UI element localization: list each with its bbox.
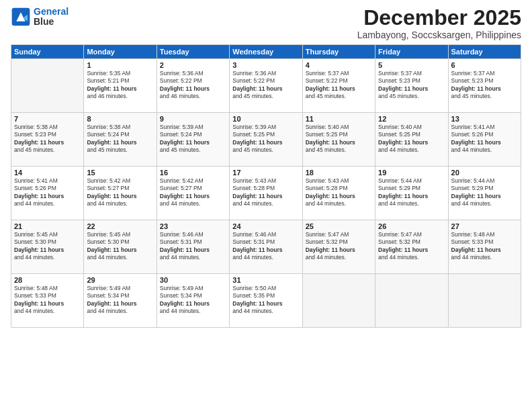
calendar-cell: 20Sunrise: 5:44 AMSunset: 5:29 PMDayligh… bbox=[448, 167, 521, 220]
day-number: 6 bbox=[451, 61, 518, 69]
calendar-cell: 29Sunrise: 5:49 AMSunset: 5:34 PMDayligh… bbox=[84, 274, 157, 328]
day-number: 12 bbox=[378, 115, 445, 123]
cell-info: Sunrise: 5:40 AMSunset: 5:25 PMDaylight:… bbox=[378, 124, 445, 154]
calendar-cell: 4Sunrise: 5:37 AMSunset: 5:22 PMDaylight… bbox=[302, 59, 375, 113]
day-number: 1 bbox=[87, 61, 153, 69]
week-row-3: 14Sunrise: 5:41 AMSunset: 5:26 PMDayligh… bbox=[11, 167, 521, 220]
cell-info: Sunrise: 5:37 AMSunset: 5:23 PMDaylight:… bbox=[378, 70, 445, 101]
cell-info: Sunrise: 5:43 AMSunset: 5:28 PMDaylight:… bbox=[232, 177, 299, 208]
cell-info: Sunrise: 5:47 AMSunset: 5:32 PMDaylight:… bbox=[306, 231, 372, 262]
cell-info: Sunrise: 5:42 AMSunset: 5:27 PMDaylight:… bbox=[160, 177, 226, 208]
calendar-cell: 30Sunrise: 5:49 AMSunset: 5:34 PMDayligh… bbox=[157, 274, 229, 328]
cell-info: Sunrise: 5:38 AMSunset: 5:24 PMDaylight:… bbox=[87, 124, 153, 154]
day-number: 5 bbox=[378, 61, 445, 69]
day-number: 2 bbox=[160, 61, 226, 69]
calendar-cell: 23Sunrise: 5:46 AMSunset: 5:31 PMDayligh… bbox=[157, 220, 229, 274]
calendar-cell: 28Sunrise: 5:48 AMSunset: 5:33 PMDayligh… bbox=[11, 274, 84, 328]
weekday-header-sunday: Sunday bbox=[11, 45, 84, 59]
cell-info: Sunrise: 5:39 AMSunset: 5:24 PMDaylight:… bbox=[160, 124, 226, 154]
header: General Blue December 2025 Lambayong, So… bbox=[11, 7, 521, 40]
month-title: December 2025 bbox=[357, 7, 521, 28]
cell-info: Sunrise: 5:41 AMSunset: 5:26 PMDaylight:… bbox=[451, 124, 518, 154]
day-number: 8 bbox=[87, 115, 153, 123]
cell-info: Sunrise: 5:35 AMSunset: 5:21 PMDaylight:… bbox=[87, 70, 153, 101]
calendar-cell: 16Sunrise: 5:42 AMSunset: 5:27 PMDayligh… bbox=[157, 167, 229, 220]
day-number: 29 bbox=[87, 276, 153, 284]
week-row-2: 7Sunrise: 5:38 AMSunset: 5:23 PMDaylight… bbox=[11, 113, 521, 167]
cell-info: Sunrise: 5:44 AMSunset: 5:29 PMDaylight:… bbox=[451, 177, 518, 208]
day-number: 21 bbox=[14, 222, 81, 230]
calendar-cell: 1Sunrise: 5:35 AMSunset: 5:21 PMDaylight… bbox=[84, 59, 157, 113]
week-row-5: 28Sunrise: 5:48 AMSunset: 5:33 PMDayligh… bbox=[11, 274, 521, 328]
day-number: 16 bbox=[160, 169, 226, 177]
calendar-table: SundayMondayTuesdayWednesdayThursdayFrid… bbox=[11, 44, 521, 328]
calendar-cell: 9Sunrise: 5:39 AMSunset: 5:24 PMDaylight… bbox=[157, 113, 229, 167]
logo-line2: Blue bbox=[34, 17, 69, 27]
weekday-header-thursday: Thursday bbox=[302, 45, 375, 59]
cell-info: Sunrise: 5:39 AMSunset: 5:25 PMDaylight:… bbox=[232, 124, 299, 154]
day-number: 24 bbox=[232, 222, 299, 230]
cell-info: Sunrise: 5:48 AMSunset: 5:33 PMDaylight:… bbox=[14, 285, 81, 316]
day-number: 10 bbox=[232, 115, 299, 123]
logo-icon bbox=[11, 7, 31, 27]
calendar-cell: 21Sunrise: 5:45 AMSunset: 5:30 PMDayligh… bbox=[11, 220, 84, 274]
calendar-cell: 24Sunrise: 5:46 AMSunset: 5:31 PMDayligh… bbox=[230, 220, 302, 274]
weekday-header-saturday: Saturday bbox=[448, 45, 521, 59]
cell-info: Sunrise: 5:37 AMSunset: 5:23 PMDaylight:… bbox=[451, 70, 518, 101]
calendar-cell: 13Sunrise: 5:41 AMSunset: 5:26 PMDayligh… bbox=[448, 113, 521, 167]
day-number: 22 bbox=[87, 222, 153, 230]
calendar-cell: 27Sunrise: 5:48 AMSunset: 5:33 PMDayligh… bbox=[448, 220, 521, 274]
logo-line1: General bbox=[34, 6, 69, 17]
cell-info: Sunrise: 5:45 AMSunset: 5:30 PMDaylight:… bbox=[87, 231, 153, 262]
cell-info: Sunrise: 5:47 AMSunset: 5:32 PMDaylight:… bbox=[378, 231, 445, 262]
calendar-cell bbox=[375, 274, 448, 328]
calendar-cell: 6Sunrise: 5:37 AMSunset: 5:23 PMDaylight… bbox=[448, 59, 521, 113]
calendar-cell bbox=[448, 274, 521, 328]
weekday-header-monday: Monday bbox=[84, 45, 157, 59]
week-row-1: 1Sunrise: 5:35 AMSunset: 5:21 PMDaylight… bbox=[11, 59, 521, 113]
location-title: Lambayong, Soccsksargen, Philippines bbox=[357, 30, 521, 40]
weekday-header-friday: Friday bbox=[375, 45, 448, 59]
weekday-header-wednesday: Wednesday bbox=[230, 45, 302, 59]
calendar-cell: 5Sunrise: 5:37 AMSunset: 5:23 PMDaylight… bbox=[375, 59, 448, 113]
calendar-cell: 11Sunrise: 5:40 AMSunset: 5:25 PMDayligh… bbox=[302, 113, 375, 167]
day-number: 7 bbox=[14, 115, 81, 123]
cell-info: Sunrise: 5:45 AMSunset: 5:30 PMDaylight:… bbox=[14, 231, 81, 262]
cell-info: Sunrise: 5:48 AMSunset: 5:33 PMDaylight:… bbox=[451, 231, 518, 262]
cell-info: Sunrise: 5:50 AMSunset: 5:35 PMDaylight:… bbox=[232, 285, 299, 316]
cell-info: Sunrise: 5:43 AMSunset: 5:28 PMDaylight:… bbox=[306, 177, 372, 208]
calendar-cell: 19Sunrise: 5:44 AMSunset: 5:29 PMDayligh… bbox=[375, 167, 448, 220]
cell-info: Sunrise: 5:46 AMSunset: 5:31 PMDaylight:… bbox=[160, 231, 226, 262]
day-number: 14 bbox=[14, 169, 81, 177]
cell-info: Sunrise: 5:38 AMSunset: 5:23 PMDaylight:… bbox=[14, 124, 81, 154]
calendar-cell: 10Sunrise: 5:39 AMSunset: 5:25 PMDayligh… bbox=[230, 113, 302, 167]
cell-info: Sunrise: 5:41 AMSunset: 5:26 PMDaylight:… bbox=[14, 177, 81, 208]
calendar-cell: 7Sunrise: 5:38 AMSunset: 5:23 PMDaylight… bbox=[11, 113, 84, 167]
day-number: 9 bbox=[160, 115, 226, 123]
day-number: 30 bbox=[160, 276, 226, 284]
calendar-cell bbox=[302, 274, 375, 328]
cell-info: Sunrise: 5:49 AMSunset: 5:34 PMDaylight:… bbox=[160, 285, 226, 316]
day-number: 23 bbox=[160, 222, 226, 230]
day-number: 11 bbox=[306, 115, 372, 123]
weekday-header-row: SundayMondayTuesdayWednesdayThursdayFrid… bbox=[11, 45, 521, 59]
day-number: 31 bbox=[232, 276, 299, 284]
logo: General Blue bbox=[11, 7, 69, 28]
day-number: 15 bbox=[87, 169, 153, 177]
day-number: 3 bbox=[232, 61, 299, 69]
calendar-cell: 8Sunrise: 5:38 AMSunset: 5:24 PMDaylight… bbox=[84, 113, 157, 167]
cell-info: Sunrise: 5:44 AMSunset: 5:29 PMDaylight:… bbox=[378, 177, 445, 208]
calendar-cell: 25Sunrise: 5:47 AMSunset: 5:32 PMDayligh… bbox=[302, 220, 375, 274]
calendar-cell: 31Sunrise: 5:50 AMSunset: 5:35 PMDayligh… bbox=[230, 274, 302, 328]
logo-text: General Blue bbox=[34, 7, 69, 28]
day-number: 4 bbox=[306, 61, 372, 69]
calendar-cell: 15Sunrise: 5:42 AMSunset: 5:27 PMDayligh… bbox=[84, 167, 157, 220]
title-block: December 2025 Lambayong, Soccsksargen, P… bbox=[357, 7, 521, 40]
calendar-cell: 14Sunrise: 5:41 AMSunset: 5:26 PMDayligh… bbox=[11, 167, 84, 220]
cell-info: Sunrise: 5:36 AMSunset: 5:22 PMDaylight:… bbox=[160, 70, 226, 101]
day-number: 19 bbox=[378, 169, 445, 177]
day-number: 13 bbox=[451, 115, 518, 123]
cell-info: Sunrise: 5:42 AMSunset: 5:27 PMDaylight:… bbox=[87, 177, 153, 208]
day-number: 28 bbox=[14, 276, 81, 284]
calendar-cell: 17Sunrise: 5:43 AMSunset: 5:28 PMDayligh… bbox=[230, 167, 302, 220]
